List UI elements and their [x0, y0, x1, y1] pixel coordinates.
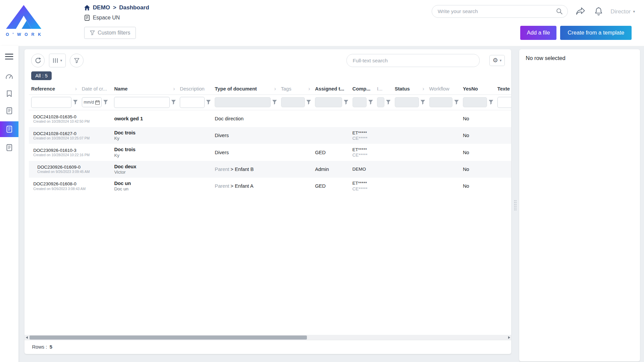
fulltext-search-input[interactable] [347, 58, 479, 64]
global-search-input[interactable] [432, 8, 556, 14]
sidebar-item-bookmarks[interactable] [0, 87, 18, 100]
fulltext-search [346, 54, 479, 67]
home-icon[interactable] [84, 5, 90, 10]
breadcrumb: DEMO > Dashboard [84, 4, 432, 11]
filter-funnel-icon[interactable] [368, 100, 373, 105]
sidebar-item-archives[interactable] [0, 141, 18, 154]
breadcrumb-current[interactable]: Dashboard [119, 4, 149, 11]
document-reference[interactable]: DOC230926-01610-3 [33, 148, 90, 153]
column-header-date[interactable]: Date of cr... [79, 86, 112, 92]
created-date: Created on 10/28/2024 10:25:07 PM [33, 136, 90, 140]
create-from-template-button[interactable]: Create from a template [560, 26, 632, 40]
column-header-tags[interactable]: Tags› [278, 86, 313, 92]
sidebar-item-dashboard[interactable] [0, 70, 18, 83]
column-header-assigned[interactable]: Assigned t... [313, 86, 350, 92]
panel-resize-handle[interactable] [514, 200, 517, 210]
menu-toggle-button[interactable] [0, 50, 18, 63]
filter-date-input[interactable]: mm/d [82, 97, 102, 107]
filter-funnel-icon[interactable] [489, 100, 493, 105]
column-header-reference[interactable]: Reference› [29, 86, 79, 92]
scroll-left-arrow-icon[interactable] [26, 336, 28, 339]
column-header-company[interactable]: Comp... [350, 86, 374, 92]
notifications-button[interactable] [594, 6, 603, 17]
column-header-name[interactable]: Name› [112, 86, 177, 92]
column-header-workflow[interactable]: Workflow [427, 86, 460, 92]
filter-funnel-icon[interactable] [344, 100, 348, 105]
document-name-sub: Doc un [114, 186, 175, 191]
columns-visibility-button[interactable]: ▾ [49, 54, 66, 67]
filter-funnel-icon[interactable] [421, 100, 425, 105]
filter-input-name[interactable] [114, 97, 169, 108]
document-reference[interactable]: DOC230926-01608-0 [33, 181, 86, 186]
scroll-right-arrow-icon[interactable] [508, 336, 510, 339]
sidebar-item-ged-active[interactable] [0, 121, 18, 137]
document-name-sub: Victor [114, 170, 175, 175]
filter-funnel-icon[interactable] [171, 100, 176, 105]
filter-funnel-icon[interactable] [206, 100, 211, 105]
scrollbar-thumb[interactable] [30, 336, 307, 340]
filter-funnel-icon[interactable] [272, 100, 277, 105]
column-header-texte[interactable]: Texte [495, 86, 511, 92]
horizontal-scrollbar[interactable] [24, 335, 511, 340]
yesno-value: No [461, 150, 495, 155]
filter-button[interactable] [70, 54, 83, 67]
journal-icon [6, 144, 13, 151]
filter-funnel-icon[interactable] [73, 100, 77, 105]
column-header-yesno[interactable]: YesNo [461, 86, 495, 92]
filter-disabled-status [395, 97, 419, 107]
filter-funnel-icon[interactable] [454, 100, 459, 105]
filter-funnel-icon[interactable] [386, 100, 390, 105]
column-header-type[interactable]: Type of document› [212, 86, 278, 92]
document-type-parent: Parent [215, 167, 229, 172]
documents-table: Reference› Date of cr... Name› Descripti… [24, 83, 511, 194]
sort-chevron-icon: › [75, 86, 77, 92]
detail-panel: No row selected [519, 49, 640, 361]
column-header-description[interactable]: Description [177, 86, 212, 92]
tab-all-count[interactable]: All : 5 [31, 71, 52, 80]
filter-funnel-icon[interactable] [103, 100, 108, 105]
workspace-name: Espace UN [93, 15, 120, 21]
filter-disabled-assigned [315, 97, 342, 107]
column-header-status[interactable]: Status› [392, 86, 427, 92]
add-file-button[interactable]: Add a file [520, 26, 556, 40]
user-menu[interactable]: Director ▾ [610, 8, 637, 15]
document-name: owork ged 1 [114, 116, 175, 121]
breadcrumb-root[interactable]: DEMO [93, 4, 110, 11]
document-reference[interactable]: DOC241028-01627-0 [33, 131, 90, 136]
document-reference[interactable]: DOC241028-01635-0 [33, 114, 90, 119]
table-settings-button[interactable]: ⚙ ▾ [489, 55, 505, 66]
table-row[interactable]: PDF DOC230926-01610-3 Created on 10/28/2… [29, 144, 512, 161]
assigned-team: GED [313, 150, 350, 155]
created-date: Created on 9/26/2023 3:09:45 AM [37, 170, 90, 174]
search-icon[interactable] [556, 8, 563, 15]
table-row[interactable]: PDF DOC241028-01627-0 Created on 10/28/2… [29, 127, 512, 144]
filter-input-reference[interactable] [31, 97, 71, 108]
filter-input-texte[interactable] [497, 97, 512, 108]
table-header-row: Reference› Date of cr... Name› Descripti… [29, 83, 512, 95]
journal-icon [84, 15, 90, 21]
mountain-triangle-logo-icon [6, 3, 41, 29]
table-row[interactable]: PDF DOC241028-01635-0 Created on 10/28/2… [29, 110, 512, 127]
filter-funnel-icon[interactable] [306, 100, 311, 105]
filter-input-description[interactable] [180, 97, 204, 108]
company-line1: ET***** [353, 181, 372, 186]
sidebar [0, 46, 18, 362]
share-button[interactable] [575, 7, 586, 16]
rows-label: Rows : [32, 344, 47, 350]
custom-filters-button[interactable]: Custom filters [84, 27, 136, 39]
filter-disabled-i [377, 97, 384, 107]
refresh-button[interactable] [31, 54, 45, 67]
table-row[interactable]: DOC230926-01609-0 Created on 9/26/2023 3… [29, 161, 512, 178]
column-header-i[interactable]: I... [375, 86, 392, 92]
filter-disabled-yesno [463, 97, 487, 107]
table-row[interactable]: PDF DOC230926-01608-0 Created on 9/26/20… [29, 178, 512, 194]
refresh-icon [35, 57, 42, 64]
company-line2: CE***** [353, 153, 372, 158]
sidebar-item-documents[interactable] [0, 104, 18, 117]
app-logo[interactable]: O ' W O R K [6, 3, 42, 37]
document-type: > Enfant A [230, 183, 253, 189]
sort-chevron-icon: › [274, 86, 276, 92]
filter-disabled-type [215, 97, 271, 107]
filter-funnel-icon [74, 58, 79, 63]
document-reference[interactable]: DOC230926-01609-0 [37, 165, 90, 170]
